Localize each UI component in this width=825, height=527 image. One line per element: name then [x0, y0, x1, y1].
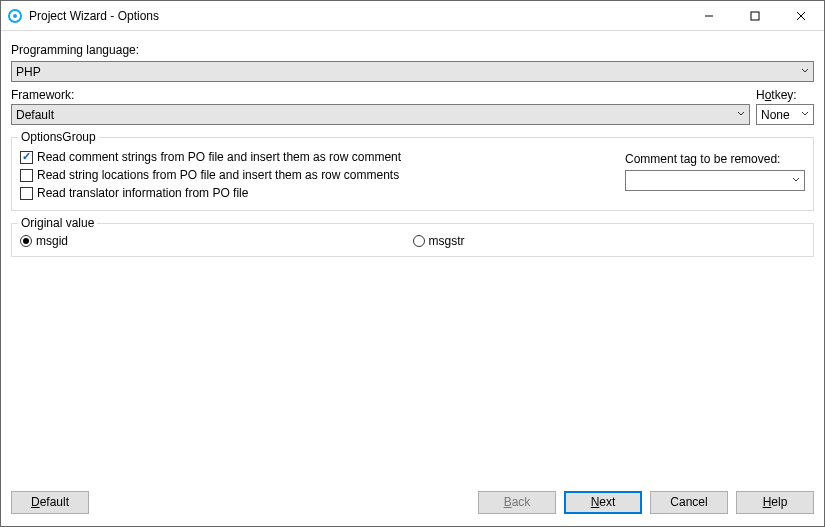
- svg-rect-3: [751, 12, 759, 20]
- next-button[interactable]: Next: [564, 491, 642, 514]
- svg-point-1: [13, 14, 17, 18]
- help-button[interactable]: Help: [736, 491, 814, 514]
- chevron-down-icon: [737, 109, 745, 120]
- option-read-locations-label: Read string locations from PO file and i…: [37, 168, 399, 182]
- hotkey-label: Hotkey:: [756, 88, 814, 102]
- radio-msgid-label: msgid: [36, 234, 68, 248]
- spacer: [11, 259, 814, 480]
- radio-icon: [413, 235, 425, 247]
- chevron-down-icon: [801, 109, 809, 120]
- radio-msgid[interactable]: msgid: [20, 234, 413, 248]
- original-value-title: Original value: [18, 216, 97, 230]
- close-button[interactable]: [778, 1, 824, 30]
- default-button[interactable]: Default: [11, 491, 89, 514]
- programming-language-select[interactable]: PHP: [11, 61, 814, 82]
- content-area: Programming language: PHP Framework: Def…: [1, 31, 824, 486]
- radio-msgstr-label: msgstr: [429, 234, 465, 248]
- radio-icon: [20, 235, 32, 247]
- dialog-window: Project Wizard - Options Programming lan…: [0, 0, 825, 527]
- original-value-group: Original value msgid msgstr: [11, 223, 814, 257]
- framework-value: Default: [16, 108, 737, 122]
- options-group-title: OptionsGroup: [18, 130, 99, 144]
- hotkey-select[interactable]: None: [756, 104, 814, 125]
- radio-msgstr[interactable]: msgstr: [413, 234, 806, 248]
- framework-select[interactable]: Default: [11, 104, 750, 125]
- maximize-button[interactable]: [732, 1, 778, 30]
- option-read-translator-label: Read translator information from PO file: [37, 186, 248, 200]
- titlebar: Project Wizard - Options: [1, 1, 824, 31]
- comment-tag-label: Comment tag to be removed:: [625, 152, 805, 166]
- chevron-down-icon: [792, 175, 800, 186]
- hotkey-value: None: [761, 108, 801, 122]
- back-button[interactable]: Back: [478, 491, 556, 514]
- comment-tag-select[interactable]: [625, 170, 805, 191]
- cancel-button[interactable]: Cancel: [650, 491, 728, 514]
- minimize-button[interactable]: [686, 1, 732, 30]
- footer: Default Back Next Cancel Help: [1, 486, 824, 526]
- option-read-translator[interactable]: Read translator information from PO file: [20, 184, 605, 202]
- checkbox-icon: [20, 169, 33, 182]
- checkbox-icon: [20, 187, 33, 200]
- programming-language-label: Programming language:: [11, 43, 814, 57]
- window-title: Project Wizard - Options: [29, 9, 686, 23]
- options-group: OptionsGroup Read comment strings from P…: [11, 137, 814, 211]
- option-read-locations[interactable]: Read string locations from PO file and i…: [20, 166, 605, 184]
- chevron-down-icon: [801, 66, 809, 77]
- window-controls: [686, 1, 824, 30]
- checkbox-icon: [20, 151, 33, 164]
- framework-label: Framework:: [11, 88, 750, 102]
- option-read-comments-label: Read comment strings from PO file and in…: [37, 150, 401, 164]
- programming-language-value: PHP: [16, 65, 801, 79]
- app-icon: [7, 8, 23, 24]
- option-read-comments[interactable]: Read comment strings from PO file and in…: [20, 148, 605, 166]
